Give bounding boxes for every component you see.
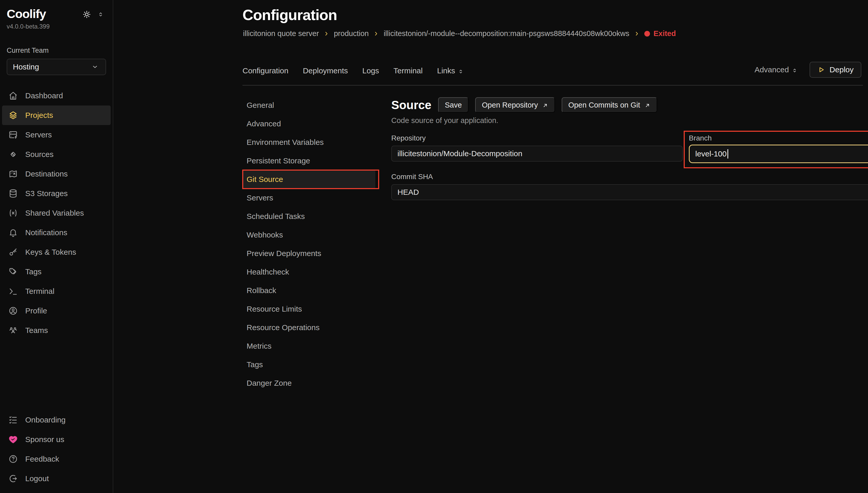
subnav-item-resource-operations[interactable]: Resource Operations xyxy=(242,318,379,337)
source-description: Code source of your application. xyxy=(391,116,499,125)
branch-input-value: level-100 xyxy=(695,150,727,158)
sidebar-item-keys-tokens[interactable]: Keys & Tokens xyxy=(2,242,111,262)
git-source-form: Repository illicitestonion/Module-Decomp… xyxy=(391,131,868,200)
sidebar-item-servers[interactable]: Servers xyxy=(2,125,111,145)
coolify-app: Coolify v4.0.0-beta.399 Current Team Hos… xyxy=(0,0,868,493)
terminal-icon xyxy=(8,286,18,296)
commit-sha-label: Commit SHA xyxy=(391,172,868,181)
chevron-down-icon xyxy=(90,63,100,70)
branch-input[interactable]: level-100 xyxy=(689,145,868,163)
subnav-item-environment-variables[interactable]: Environment Variables xyxy=(242,133,379,152)
tab-logs[interactable]: Logs xyxy=(362,66,379,75)
subnav-item-rollback[interactable]: Rollback xyxy=(242,281,379,300)
theme-controls xyxy=(82,10,106,19)
sidebar-item-shared-variables[interactable]: Shared Variables xyxy=(2,203,111,223)
sidebar-item-s3-storages[interactable]: S3 Storages xyxy=(2,184,111,203)
open-repository-button[interactable]: Open Repository xyxy=(475,97,555,113)
sidebar-item-label: Servers xyxy=(25,130,52,139)
profile-icon xyxy=(8,306,18,316)
subnav-item-servers[interactable]: Servers xyxy=(242,189,379,207)
sidebar-item-label: Terminal xyxy=(25,287,54,296)
repository-input[interactable]: illicitestonion/Module-Decomposition xyxy=(391,146,683,162)
database-icon xyxy=(8,189,18,198)
sidebar-item-teams[interactable]: Teams xyxy=(2,321,111,340)
open-commits-button[interactable]: Open Commits on Git xyxy=(562,97,657,113)
chevron-right-icon xyxy=(373,31,379,37)
app-logo: Coolify xyxy=(7,7,46,21)
tab-links[interactable]: Links xyxy=(437,66,464,75)
sidebar-item-label: Feedback xyxy=(25,455,59,464)
breadcrumb-environment[interactable]: production xyxy=(334,29,368,38)
app-version: v4.0.0-beta.399 xyxy=(0,21,113,30)
sidebar-item-label: Notifications xyxy=(25,228,67,237)
chevron-right-icon xyxy=(634,31,640,37)
subnav-item-general[interactable]: General xyxy=(242,96,379,114)
sidebar-footer-nav: Onboarding Sponsor us Feedback Logout xyxy=(0,410,113,488)
sidebar-item-onboarding[interactable]: Onboarding xyxy=(2,410,111,430)
checklist-icon xyxy=(8,415,18,425)
server-icon xyxy=(8,130,18,140)
sidebar-item-feedback[interactable]: Feedback xyxy=(2,449,111,469)
branch-label: Branch xyxy=(689,134,868,143)
save-label: Save xyxy=(445,101,462,109)
team-select[interactable]: Hosting xyxy=(7,59,106,75)
breadcrumb-project[interactable]: illicitonion quote server xyxy=(243,29,319,38)
external-link-icon xyxy=(542,102,548,108)
sidebar-item-notifications[interactable]: Notifications xyxy=(2,223,111,242)
sidebar-item-dashboard[interactable]: Dashboard xyxy=(2,86,111,106)
sidebar-item-sources[interactable]: Sources xyxy=(2,145,111,164)
subnav-item-healthcheck[interactable]: Healthcheck xyxy=(242,263,379,281)
status-dot-icon xyxy=(644,31,650,37)
breadcrumb-application[interactable]: illicitestonion/-module--decomposition:m… xyxy=(384,29,629,38)
subnav-item-danger-zone[interactable]: Danger Zone xyxy=(242,374,379,392)
tab-deployments[interactable]: Deployments xyxy=(303,66,348,75)
save-button[interactable]: Save xyxy=(438,97,468,113)
sidebar-item-sponsor-us[interactable]: Sponsor us xyxy=(2,430,111,449)
subnav-item-advanced[interactable]: Advanced xyxy=(242,114,379,133)
bell-icon xyxy=(8,228,18,237)
sidebar-item-label: Teams xyxy=(25,326,48,335)
tab-configuration[interactable]: Configuration xyxy=(242,66,288,75)
main-content: Configuration illicitonion quote server … xyxy=(113,0,868,493)
sidebar-item-label: Onboarding xyxy=(25,415,66,424)
topbar-actions: Advanced Deploy xyxy=(755,62,861,78)
subnav-item-git-source[interactable]: Git Source xyxy=(242,170,375,189)
tab-terminal[interactable]: Terminal xyxy=(394,66,423,75)
open-repository-label: Open Repository xyxy=(482,101,538,109)
sidebar-item-label: Projects xyxy=(25,111,53,120)
sidebar-item-tags[interactable]: Tags xyxy=(2,262,111,281)
subnav-item-metrics[interactable]: Metrics xyxy=(242,337,379,355)
text-cursor xyxy=(727,149,728,158)
deploy-button[interactable]: Deploy xyxy=(809,62,861,78)
sidebar-item-destinations[interactable]: Destinations xyxy=(2,164,111,184)
commit-sha-input[interactable]: HEAD xyxy=(391,184,868,200)
sidebar-spacer xyxy=(0,340,113,410)
logout-icon xyxy=(8,474,18,484)
updown-chevron-icon xyxy=(458,68,464,74)
sun-icon[interactable] xyxy=(82,10,92,19)
subnav-item-persistent-storage[interactable]: Persistent Storage xyxy=(242,152,379,170)
advanced-dropdown[interactable]: Advanced xyxy=(755,65,798,74)
layers-icon xyxy=(8,110,18,120)
sidebar-item-logout[interactable]: Logout xyxy=(2,469,111,488)
key-icon xyxy=(8,247,18,257)
subnav-item-webhooks[interactable]: Webhooks xyxy=(242,226,379,244)
sidebar-item-projects[interactable]: Projects xyxy=(2,106,111,125)
advanced-label: Advanced xyxy=(755,65,789,74)
git-source-icon xyxy=(8,150,18,159)
sidebar-item-label: Keys & Tokens xyxy=(25,248,76,257)
sidebar-nav: Dashboard Projects Servers Sources Desti… xyxy=(0,86,113,340)
repository-field-group: Repository illicitestonion/Module-Decomp… xyxy=(391,131,683,162)
subnav-item-preview-deployments[interactable]: Preview Deployments xyxy=(242,244,379,263)
updown-chevron-icon xyxy=(791,67,798,73)
sidebar-item-terminal[interactable]: Terminal xyxy=(2,281,111,301)
current-team-label: Current Team xyxy=(0,30,113,55)
theme-selector-icon[interactable] xyxy=(96,11,106,18)
subnav-item-resource-limits[interactable]: Resource Limits xyxy=(242,300,379,318)
sidebar-item-profile[interactable]: Profile xyxy=(2,301,111,321)
sidebar-item-label: Dashboard xyxy=(25,91,63,100)
sidebar-item-label: Profile xyxy=(25,306,47,315)
subnav-item-scheduled-tasks[interactable]: Scheduled Tasks xyxy=(242,207,379,226)
commit-sha-field-group: Commit SHA HEAD xyxy=(391,172,868,200)
subnav-item-tags[interactable]: Tags xyxy=(242,355,379,374)
